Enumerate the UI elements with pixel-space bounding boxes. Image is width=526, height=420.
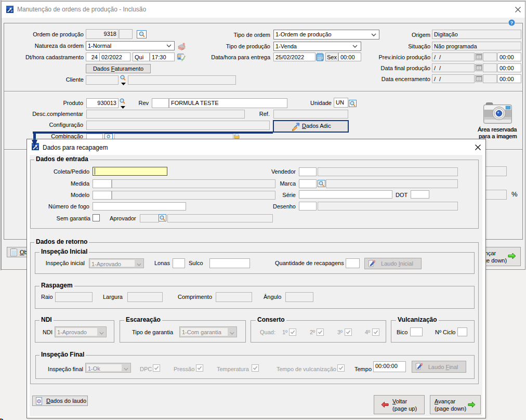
- svg-text:?: ?: [510, 20, 514, 25]
